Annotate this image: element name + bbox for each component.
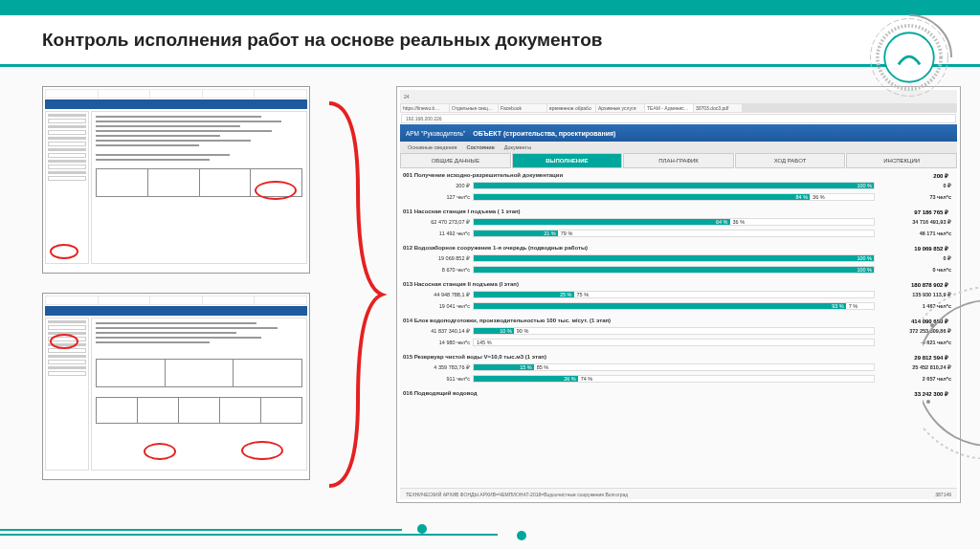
- progress-bar: 15 %85 %: [473, 363, 875, 371]
- section-name: 016 Подводящий водовод: [403, 390, 887, 397]
- doc1-app-header: [45, 99, 307, 109]
- section-row: 62 470 273,07 ₽64 %36 %34 716 491,93 ₽: [403, 216, 954, 227]
- browser-tab[interactable]: https://linewo.b…: [401, 104, 449, 112]
- browser-tab[interactable]: Facebook: [499, 104, 546, 112]
- section-row: 911 чел*с26 %74 %2 657 чел*с: [403, 373, 954, 384]
- row-value: 46 171 чел*с: [878, 231, 954, 236]
- svg-point-3: [930, 323, 934, 327]
- section-name: 011 Насосная станция I подъема ( 1 этап): [403, 209, 887, 215]
- main-tab[interactable]: ХОД РАБОТ: [735, 153, 846, 168]
- section: 011 Насосная станция I подъема ( 1 этап)…: [403, 208, 954, 238]
- section: 015 Резервуар чистой воды V=10,0 тыс.м3 …: [403, 353, 954, 384]
- doc2-table-a: [96, 359, 302, 387]
- doc2-table-b: [96, 397, 302, 424]
- footer-path: ТЕХНИЧЕСКИЙ АРХИВ ФОНДЫ АРХИВ=ЧЕМПИОНАТ-…: [406, 492, 628, 497]
- content-area: 24 https://linewo.b…Отдельные секц…Faceb…: [0, 67, 980, 522]
- doc1-main-page: [91, 111, 307, 264]
- section-row: 19 041 чел*с93 %7 %1 467 чел*с: [403, 300, 954, 311]
- browser-tab[interactable]: ТЕАМ - Админис…: [645, 104, 693, 112]
- section: 001 Получение исходно-разрешительной док…: [403, 171, 954, 202]
- section: 013 Насосная станция II подъема (I этап)…: [403, 280, 954, 311]
- row-value: 0 ₽: [878, 255, 954, 261]
- section-total: 97 186 765 ₽: [887, 209, 954, 215]
- object-label: ОБЪЕКТ (строительства, проектирования): [473, 130, 615, 137]
- dot-accent-1: [417, 524, 427, 534]
- section-row: 4 359 783,76 ₽15 %85 %25 452 810,24 ₽: [403, 362, 954, 372]
- section-row: 11 492 чел*с21 %79 %46 171 чел*с: [403, 228, 954, 238]
- section-row: 41 837 340,14 ₽10 %90 %372 253 309,86 ₽: [403, 325, 954, 336]
- browser-tab-row: https://linewo.b…Отдельные секц…Facebook…: [400, 103, 957, 113]
- sub-tab[interactable]: Документы: [501, 143, 535, 151]
- progress-bar: 93 %7 %: [473, 302, 875, 310]
- highlight-ring-2a: [50, 334, 78, 349]
- execution-panel: 24 https://linewo.b…Отдельные секц…Faceb…: [396, 86, 961, 503]
- section-name: 012 Водозаборное сооружение 1-я очередь …: [403, 245, 887, 252]
- doc2-app-header: [45, 306, 307, 316]
- panel-footer: ТЕХНИЧЕСКИЙ АРХИВ ФОНДЫ АРХИВ=ЧЕМПИОНАТ-…: [400, 488, 957, 499]
- highlight-ring-2c: [241, 441, 283, 460]
- document-thumbnail-2: [42, 293, 310, 480]
- doc2-main-page: [91, 318, 307, 471]
- progress-bar: 84 %36 %: [473, 193, 875, 201]
- section-row: 14 980 чел*с145 %-4 621 чел*с: [403, 337, 954, 347]
- footer-id: 387149: [935, 492, 951, 497]
- browser-tab[interactable]: Отдельные секц…: [450, 104, 498, 112]
- section: 014 Блок водоподготовки, производительно…: [403, 317, 954, 347]
- highlight-ring-1a: [255, 181, 297, 200]
- main-tab[interactable]: ВЫПОЛНЕНИЕ: [512, 153, 623, 168]
- row-label: 14 980 чел*с: [403, 340, 470, 345]
- svg-point-4: [926, 400, 930, 404]
- sub-tab[interactable]: Состояние: [463, 143, 499, 151]
- section-row: 8 670 чел*с100 %0 чел*с: [403, 264, 954, 274]
- highlight-ring-1b: [50, 244, 78, 259]
- browser-tab[interactable]: Архивные услуги: [596, 104, 644, 112]
- document-thumbnail-1: [42, 86, 310, 274]
- sub-tab[interactable]: Основные сведения: [404, 143, 461, 151]
- section-row: 127 чел*с84 %36 %73 чел*с: [403, 191, 954, 202]
- progress-bar: 100 %: [473, 254, 875, 262]
- highlight-ring-2b: [144, 443, 176, 460]
- doc2-browser-tabs: [45, 296, 307, 305]
- slide-title: Контроль исполнения работ на основе реал…: [42, 30, 602, 51]
- section-total: 19 069 852 ₽: [887, 245, 954, 252]
- bottom-accent-lines: [0, 529, 980, 536]
- main-tab[interactable]: ИНСПЕКЦИИ: [846, 153, 957, 168]
- main-tab-row: ОБЩИЕ ДАННЫЕВЫПОЛНЕНИЕПЛАН-ГРАФИКХОД РАБ…: [400, 153, 957, 168]
- bracket-connector: [310, 86, 396, 503]
- progress-bar: 26 %74 %: [473, 375, 875, 383]
- logo-circular: [865, 13, 953, 101]
- app-header: АРМ "Руководитель" ОБЪЕКТ (строительства…: [400, 124, 957, 142]
- row-label: 41 837 340,14 ₽: [403, 328, 470, 334]
- left-documents-column: [42, 86, 310, 503]
- row-label: 11 492 чел*с: [403, 231, 470, 236]
- progress-bar: 145 %: [473, 339, 875, 346]
- row-label: 62 470 273,07 ₽: [403, 219, 470, 225]
- browser-window-title: 24: [404, 94, 410, 99]
- main-tab[interactable]: ОБЩИЕ ДАННЫЕ: [400, 153, 511, 168]
- section-row: 200 ₽100 %0 ₽: [403, 180, 954, 190]
- section-name: 014 Блок водоподготовки, производительно…: [403, 318, 887, 324]
- section: 016 Подводящий водовод33 242 300 ₽: [403, 389, 954, 398]
- progress-bar: 25 %75 %: [473, 291, 875, 298]
- progress-bar: 100 %: [473, 182, 875, 189]
- doc1-browser-tabs: [45, 89, 307, 99]
- progress-bar: 64 %36 %: [473, 218, 875, 226]
- address-bar[interactable]: 192.168.200.226: [401, 114, 956, 123]
- row-label: 8 670 чел*с: [403, 267, 470, 273]
- app-title: АРМ "Руководитель": [406, 130, 465, 137]
- row-label: 19 069 852 ₽: [403, 255, 470, 261]
- progress-bar: 100 %: [473, 266, 875, 274]
- browser-tab[interactable]: 30703.doc3.pdf: [694, 104, 742, 112]
- dot-accent-2: [517, 531, 526, 540]
- main-tab[interactable]: ПЛАН-ГРАФИК: [623, 153, 734, 168]
- progress-bar: 10 %90 %: [473, 327, 875, 335]
- row-value: 73 чел*с: [878, 194, 954, 200]
- row-value: 0 чел*с: [878, 267, 954, 273]
- browser-tab[interactable]: временное обрабо: [547, 104, 595, 112]
- row-value: 0 ₽: [878, 183, 954, 188]
- section-total: 200 ₽: [887, 172, 954, 179]
- section-name: 013 Насосная станция II подъема (I этап): [403, 281, 887, 288]
- section-name: 015 Резервуар чистой воды V=10,0 тыс.м3 …: [403, 354, 887, 361]
- panel-body: 001 Получение исходно-разрешительной док…: [400, 168, 957, 488]
- row-label: 4 359 783,76 ₽: [403, 364, 470, 370]
